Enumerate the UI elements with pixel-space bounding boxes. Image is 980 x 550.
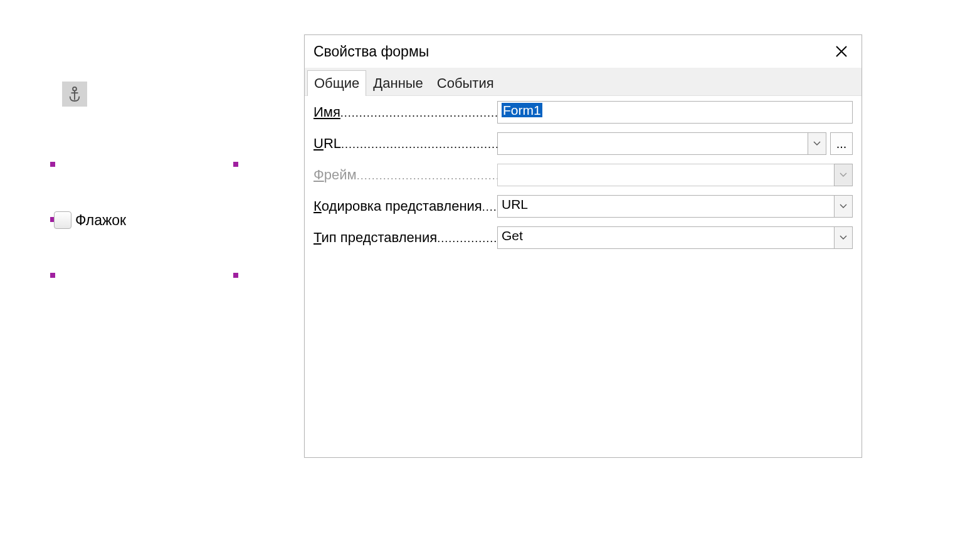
tabstrip: Общие Данные События	[305, 68, 861, 95]
chevron-down-icon	[840, 204, 847, 209]
submit-type-dropdown-button[interactable]	[834, 226, 853, 249]
label-encoding: Кодировка представления	[313, 198, 497, 214]
frame-input	[497, 164, 835, 186]
selection-handle[interactable]	[50, 273, 55, 278]
url-dropdown-button[interactable]	[808, 132, 826, 155]
tab-data[interactable]: Данные	[366, 70, 429, 96]
chevron-down-icon	[813, 141, 821, 146]
selection-handle[interactable]	[233, 162, 238, 167]
checkbox-icon[interactable]	[54, 211, 71, 229]
encoding-dropdown-button[interactable]	[834, 195, 853, 218]
anchor-svg	[68, 86, 82, 102]
selection-handle[interactable]	[233, 273, 238, 278]
frame-dropdown-button	[834, 164, 853, 186]
close-button[interactable]	[830, 40, 853, 63]
label-submit-type: Тип представления	[313, 230, 497, 246]
form-properties-dialog: Свойства формы Общие Данные События Имя …	[304, 34, 862, 458]
checkbox-label: Флажок	[75, 212, 126, 229]
tab-events[interactable]: События	[430, 70, 501, 96]
submit-type-input[interactable]: Get	[497, 226, 835, 249]
row-encoding: Кодировка представления URL	[313, 195, 853, 218]
anchor-icon	[62, 82, 87, 107]
url-input[interactable]	[497, 132, 808, 155]
label-name: Имя	[313, 104, 497, 120]
name-input[interactable]: Form1	[497, 101, 853, 124]
row-name: Имя Form1	[313, 101, 853, 124]
dialog-title: Свойства формы	[313, 43, 830, 60]
label-url: URL	[313, 135, 497, 152]
form-checkbox-control[interactable]: Флажок	[54, 211, 126, 229]
row-frame: Фрейм	[313, 164, 853, 186]
tab-content: Имя Form1 URL ... Фрейм	[305, 95, 861, 457]
row-submit-type: Тип представления Get	[313, 226, 853, 249]
chevron-down-icon	[840, 172, 847, 177]
label-frame: Фрейм	[313, 167, 497, 183]
url-browse-button[interactable]: ...	[830, 132, 853, 155]
chevron-down-icon	[840, 235, 847, 240]
encoding-input[interactable]: URL	[497, 195, 835, 218]
dialog-titlebar[interactable]: Свойства формы	[305, 35, 861, 68]
tab-general[interactable]: Общие	[307, 70, 366, 96]
selection-handle[interactable]	[50, 162, 55, 167]
close-icon	[835, 45, 848, 58]
svg-point-0	[73, 87, 76, 91]
row-url: URL ...	[313, 132, 853, 155]
